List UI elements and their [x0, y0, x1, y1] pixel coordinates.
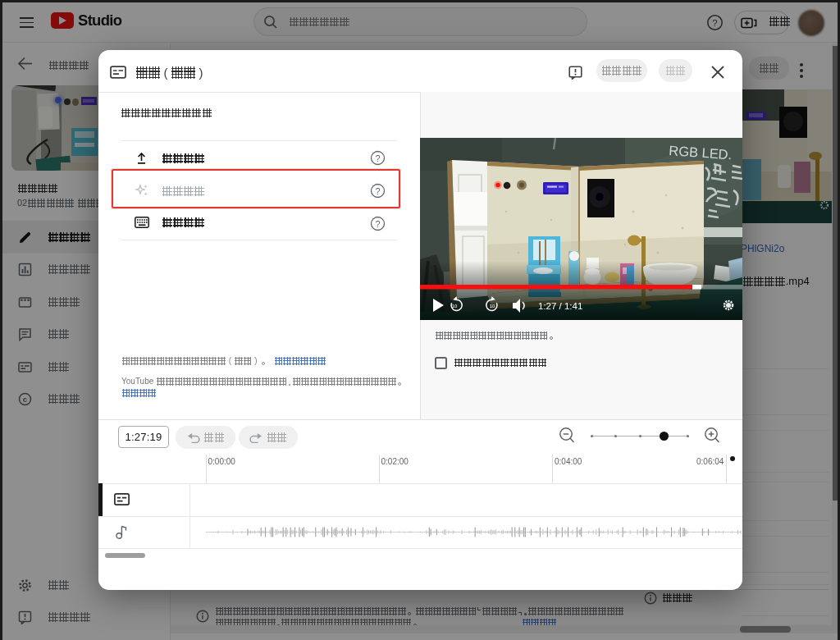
svg-text:?: ? [375, 186, 380, 196]
svg-text:?: ? [375, 219, 380, 229]
svg-text:1:27 / 1:41: 1:27 / 1:41 [538, 301, 582, 311]
svg-text:10: 10 [490, 304, 495, 309]
svg-text:10: 10 [452, 304, 458, 309]
svg-text:?: ? [375, 153, 380, 163]
